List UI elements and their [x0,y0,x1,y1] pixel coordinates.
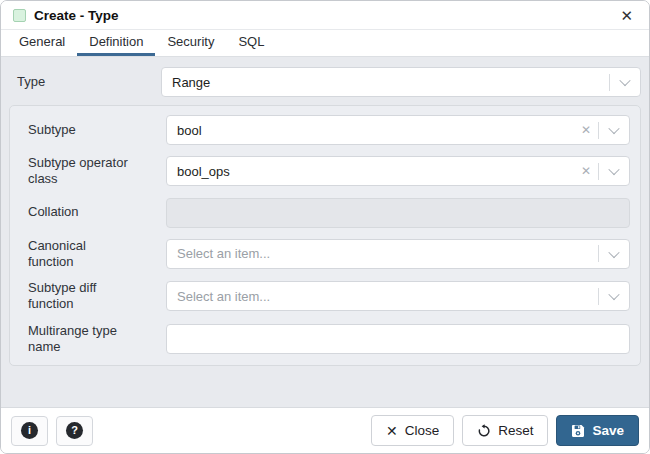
subtype-operator-class-row: Subtype operator class bool_ops ✕ [20,155,630,188]
dialog-title: Create - Type [34,8,616,23]
collation-label: Collation [20,204,166,220]
help-button[interactable]: ? [56,416,93,446]
chevron-down-icon[interactable] [610,68,640,96]
tab-general[interactable]: General [7,30,77,56]
info-button[interactable]: i [11,416,48,446]
type-value: Range [172,75,609,90]
tab-sql[interactable]: SQL [226,30,276,56]
reset-button-label: Reset [498,423,533,438]
dialog-tabs: General Definition Security SQL [1,30,649,57]
close-x-icon: ✕ [386,424,398,438]
save-button[interactable]: Save [556,415,639,446]
subtype-diff-function-row: Subtype diff function Select an item... [20,280,630,313]
subtype-diff-function-select[interactable]: Select an item... [166,281,630,311]
info-icon: i [21,422,38,439]
type-label: Type [9,74,161,90]
close-icon[interactable]: ✕ [616,6,637,25]
type-icon [13,9,26,22]
collation-input [166,198,630,228]
save-button-label: Save [592,423,624,438]
reset-button[interactable]: Reset [462,415,548,446]
chevron-down-icon[interactable] [599,282,629,310]
multirange-type-name-row: Multirange type name [20,323,630,356]
multirange-type-name-label: Multirange type name [20,323,166,356]
reset-icon [477,424,491,438]
subtype-operator-class-select[interactable]: bool_ops ✕ [166,156,630,186]
subtype-row: Subtype bool ✕ [20,115,630,145]
canonical-function-select[interactable]: Select an item... [166,239,630,269]
range-definition-panel: Subtype bool ✕ Subtype operator class bo… [9,105,641,366]
tab-definition[interactable]: Definition [77,30,155,56]
subtype-diff-function-label: Subtype diff function [20,280,166,313]
close-button[interactable]: ✕ Close [371,415,454,446]
multirange-type-name-input[interactable] [166,324,630,354]
canonical-function-row: Canonical function Select an item... [20,238,630,271]
clear-icon[interactable]: ✕ [574,165,598,177]
save-icon [571,424,585,438]
dialog-footer: i ? ✕ Close Reset [1,407,649,453]
clear-icon[interactable]: ✕ [574,124,598,136]
canonical-function-placeholder: Select an item... [177,246,598,261]
chevron-down-icon[interactable] [599,116,629,144]
chevron-down-icon[interactable] [599,157,629,185]
tab-security[interactable]: Security [155,30,226,56]
subtype-diff-function-placeholder: Select an item... [177,289,598,304]
type-row: Type Range [9,67,641,97]
type-select[interactable]: Range [161,67,641,97]
chevron-down-icon[interactable] [599,240,629,268]
definition-tab-content: Type Range Subtype bool ✕ Subtype operat… [1,57,649,407]
subtype-operator-class-label: Subtype operator class [20,155,166,188]
help-icon: ? [66,422,83,439]
create-type-dialog: Create - Type ✕ General Definition Secur… [0,0,650,454]
subtype-label: Subtype [20,122,166,138]
subtype-value: bool [177,123,574,138]
collation-row: Collation [20,198,630,228]
subtype-select[interactable]: bool ✕ [166,115,630,145]
close-button-label: Close [405,423,440,438]
canonical-function-label: Canonical function [20,238,166,271]
subtype-operator-class-value: bool_ops [177,164,574,179]
dialog-titlebar: Create - Type ✕ [1,1,649,30]
